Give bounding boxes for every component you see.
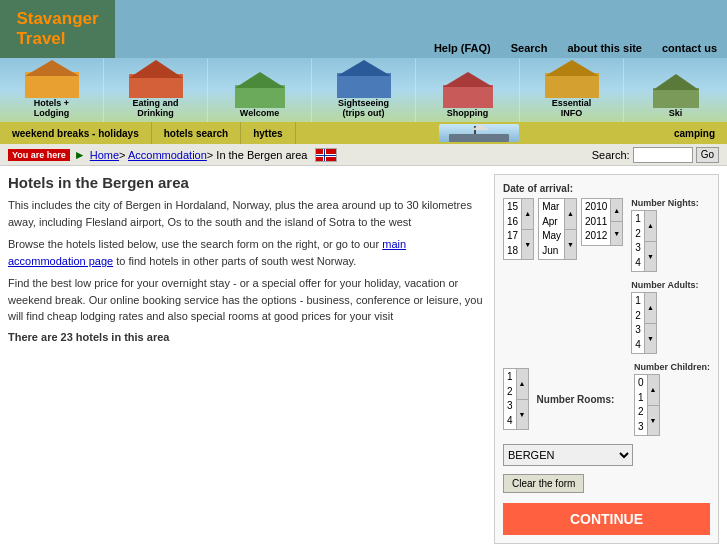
nav-tab-eating-label: Eating andDrinking [132, 99, 178, 119]
you-are-here-badge: You are here [8, 149, 70, 161]
norway-flag [315, 148, 337, 162]
nights-label: Number Nights: [631, 198, 699, 208]
adults-label: Number Adults: [631, 280, 699, 290]
search-input[interactable] [633, 147, 693, 163]
month-up-btn[interactable]: ▲ [565, 199, 576, 230]
contact-us-link[interactable]: contact us [662, 42, 717, 54]
nav-tab-eating[interactable]: Eating andDrinking [104, 58, 208, 122]
nav-tab-essential-label: EssentialINFO [552, 99, 592, 119]
breadcrumb: Home> Accommodation> In the Bergen area [90, 149, 308, 161]
sec-nav-camping[interactable]: camping [662, 122, 727, 144]
children-block: Number Children: 0 1 2 3 ▲ ▼ [634, 362, 710, 436]
adults-block: Number Adults: 1 2 3 4 ▲ ▼ [631, 280, 699, 354]
dropdown-row: BERGEN BERGEN NORTH BERGEN SOUTH FLESLAN… [503, 444, 710, 466]
header-row1: StavangerTravel Help (FAQ) Search about … [0, 0, 727, 58]
logo-text: StavangerTravel [16, 9, 98, 50]
breadcrumb-row: You are here ► Home> Accommodation> In t… [0, 144, 727, 166]
nav-tab-shopping-label: Shopping [447, 109, 489, 119]
booking-form: Date of arrival: 15 16 17 18 ▲ ▼ Mar [494, 174, 719, 544]
nights-down-btn[interactable]: ▼ [645, 242, 656, 272]
adults-spinner[interactable]: 1 2 3 4 ▲ ▼ [631, 292, 657, 354]
nav-tab-essential[interactable]: EssentialINFO [520, 58, 624, 122]
clear-form-button[interactable]: Clear the form [503, 474, 584, 493]
children-label: Number Children: [634, 362, 710, 372]
go-button[interactable]: Go [696, 147, 719, 163]
nav-tab-welcome-label: Welcome [240, 109, 279, 119]
nav-tab-sightseeing[interactable]: Sightseeing(trips out) [312, 58, 416, 122]
description-para-2: Browse the hotels listed below, use the … [8, 236, 484, 269]
year-spinner[interactable]: 2010 2011 2012 ▲ ▼ [581, 198, 623, 246]
day-spinner[interactable]: 15 16 17 18 ▲ ▼ [503, 198, 534, 260]
current-page-crumb: In the Bergen area [216, 149, 307, 161]
home-link[interactable]: Home [90, 149, 119, 161]
search-box-area: Search: Go [592, 147, 719, 163]
rooms-down-btn[interactable]: ▼ [517, 400, 528, 430]
sec-nav-boat [296, 122, 662, 144]
rooms-up-btn[interactable]: ▲ [517, 369, 528, 400]
description-para-3: Find the best low price for your overnig… [8, 275, 484, 325]
logo-area: StavangerTravel [0, 0, 115, 58]
month-down-btn[interactable]: ▼ [565, 230, 576, 260]
sec-nav-hotels-search[interactable]: hotels search [152, 122, 241, 144]
page-title: Hotels in the Bergen area [8, 174, 484, 191]
date-row: 15 16 17 18 ▲ ▼ Mar Apr May Jun [503, 198, 710, 354]
children-up-btn[interactable]: ▲ [648, 375, 659, 406]
rooms-row: 1 2 3 4 ▲ ▼ Number Rooms: Number Childre… [503, 362, 710, 436]
nights-up-btn[interactable]: ▲ [645, 211, 656, 242]
day-up-btn[interactable]: ▲ [522, 199, 533, 230]
children-down-btn[interactable]: ▼ [648, 406, 659, 436]
continue-button[interactable]: CONTINUE [503, 503, 710, 535]
date-label: Date of arrival: [503, 183, 710, 194]
header-buildings-area: Help (FAQ) Search about this site contac… [115, 0, 727, 58]
green-arrow-icon: ► [74, 148, 86, 162]
hotels-count: There are 23 hotels in this area [8, 331, 484, 343]
day-down-btn[interactable]: ▼ [522, 230, 533, 260]
search-header-link[interactable]: Search [511, 42, 548, 54]
nights-block: Number Nights: 1 2 3 4 ▲ ▼ [631, 198, 699, 272]
sec-nav-weekend[interactable]: weekend breaks - holidays [0, 122, 152, 144]
accommodation-link[interactable]: Accommodation [128, 149, 207, 161]
nights-spinner[interactable]: 1 2 3 4 ▲ ▼ [631, 210, 657, 272]
nav-tab-hotels-label: Hotels +Lodging [34, 99, 70, 119]
nav-tabs-row: Hotels +Lodging Eating andDrinking Welco… [0, 58, 727, 122]
help-faq-link[interactable]: Help (FAQ) [434, 42, 491, 54]
description-para-1: This includes the city of Bergen in Hord… [8, 197, 484, 230]
year-up-btn[interactable]: ▲ [611, 199, 622, 222]
sec-nav-hyttes[interactable]: hyttes [241, 122, 295, 144]
nav-tab-hotels[interactable]: Hotels +Lodging [0, 58, 104, 122]
nav-tab-sightseeing-label: Sightseeing(trips out) [338, 99, 389, 119]
secondary-nav: weekend breaks - holidays hotels search … [0, 122, 727, 144]
search-label: Search: [592, 149, 630, 161]
nav-tab-welcome[interactable]: Welcome [208, 58, 312, 122]
about-this-site-link[interactable]: about this site [567, 42, 642, 54]
nav-tab-shopping[interactable]: Shopping [416, 58, 520, 122]
bergen-dropdown[interactable]: BERGEN BERGEN NORTH BERGEN SOUTH FLESLAN… [503, 444, 633, 466]
adults-down-btn[interactable]: ▼ [645, 324, 656, 354]
rooms-spinner[interactable]: 1 2 3 4 ▲ ▼ [503, 368, 529, 430]
breadcrumb-left: You are here ► Home> Accommodation> In t… [8, 148, 337, 162]
left-column: Hotels in the Bergen area This includes … [8, 174, 484, 544]
nights-adults-area: Number Nights: 1 2 3 4 ▲ ▼ [631, 198, 699, 354]
adults-up-btn[interactable]: ▲ [645, 293, 656, 324]
nav-tab-ski[interactable]: Ski [624, 58, 727, 122]
children-spinner[interactable]: 0 1 2 3 ▲ ▼ [634, 374, 660, 436]
nav-tab-ski-label: Ski [669, 109, 683, 119]
rooms-label: Number Rooms: [537, 394, 615, 405]
year-down-btn[interactable]: ▼ [611, 222, 622, 244]
main-content: Hotels in the Bergen area This includes … [0, 166, 727, 545]
month-spinner[interactable]: Mar Apr May Jun ▲ ▼ [538, 198, 577, 260]
